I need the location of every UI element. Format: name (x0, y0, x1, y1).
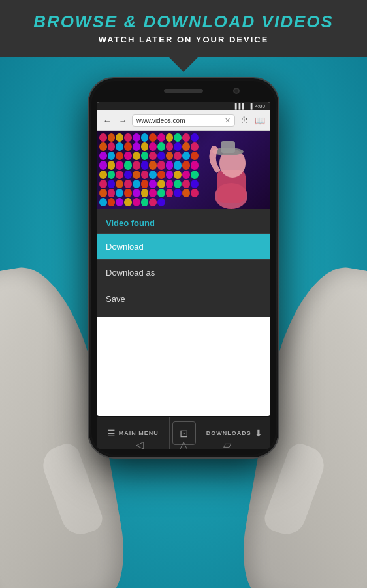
banner-arrow (169, 57, 198, 72)
close-tab-icon[interactable]: ✕ (225, 116, 231, 125)
svg-rect-4 (221, 141, 235, 153)
scan-icon: ⊡ (180, 427, 188, 440)
context-menu: Video found Download Download as Save (97, 209, 270, 317)
battery-icon: ▐ (249, 103, 253, 109)
browser-bar: ← → www.videos.com ✕ ⏱ 📖 (97, 110, 270, 131)
phone-speaker (164, 89, 203, 93)
time-display: 4:00 (255, 103, 265, 109)
video-thumbnail (97, 131, 270, 209)
main-menu-label: MAIN MENU (119, 430, 159, 436)
signal-icon: ▌▌▌ (235, 103, 246, 109)
android-recents-button[interactable]: ▱ (223, 438, 231, 451)
phone: ▌▌▌ ▐ 4:00 ← → www.videos.com ✕ ⏱ 📖 (89, 78, 278, 457)
url-bar[interactable]: www.videos.com ✕ (132, 114, 235, 127)
phone-screen: ▌▌▌ ▐ 4:00 ← → www.videos.com ✕ ⏱ 📖 (97, 102, 270, 416)
history-icon[interactable]: ⏱ (238, 114, 251, 127)
phone-camera (233, 88, 240, 94)
menu-item-download-as[interactable]: Download as (97, 259, 270, 286)
android-back-button[interactable]: ◁ (136, 438, 144, 451)
disco-grid (97, 131, 201, 209)
menu-item-download[interactable]: Download (97, 233, 270, 259)
menu-icon: ☰ (107, 428, 116, 438)
download-icon: ⬇ (255, 428, 263, 438)
phone-outer: ▌▌▌ ▐ 4:00 ← → www.videos.com ✕ ⏱ 📖 (89, 78, 278, 457)
menu-item-save[interactable]: Save (97, 286, 270, 312)
banner-title: BROWSE & DOWNLOAD VIDEOS (13, 12, 354, 32)
menu-header: Video found (97, 214, 270, 233)
url-text: www.videos.com (136, 117, 185, 124)
forward-button[interactable]: → (116, 114, 129, 127)
status-bar: ▌▌▌ ▐ 4:00 (97, 102, 270, 110)
android-home-button[interactable]: △ (180, 438, 187, 451)
back-button[interactable]: ← (101, 114, 114, 127)
banner-subtitle: WATCH LATER ON YOUR DEVICE (13, 35, 354, 44)
phone-inner: ▌▌▌ ▐ 4:00 ← → www.videos.com ✕ ⏱ 📖 (91, 81, 276, 455)
browser-icons: ⏱ 📖 (238, 114, 266, 127)
top-banner: BROWSE & DOWNLOAD VIDEOS WATCH LATER ON … (0, 0, 367, 57)
downloads-label: DOWNLOADS (206, 430, 251, 436)
person-silhouette (192, 131, 264, 209)
android-nav-buttons: ◁ △ ▱ (118, 438, 249, 451)
bookmarks-icon[interactable]: 📖 (253, 114, 266, 127)
